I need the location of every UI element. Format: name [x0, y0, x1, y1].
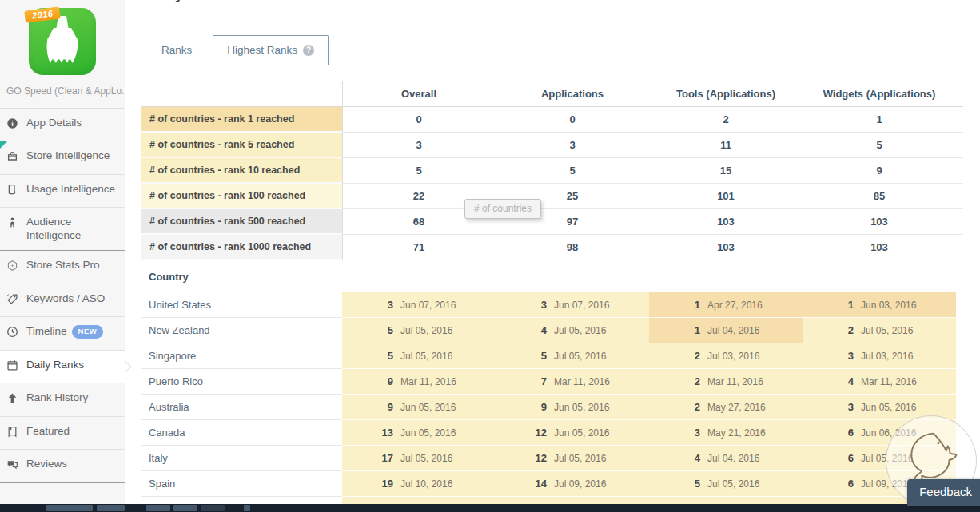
- country-name: Singapore: [141, 343, 342, 369]
- rank-date: May 21, 2016: [707, 427, 766, 439]
- sidebar-item-reviews[interactable]: Reviews: [0, 450, 125, 482]
- country-name: Italy: [141, 446, 342, 471]
- rank-value: 13: [342, 427, 393, 439]
- summary-section: # of countries - rank 1 reached0021# of …: [141, 107, 963, 260]
- country-row: Australia9Jun 05, 20169Jun 05, 20162May …: [141, 395, 963, 420]
- rank-date: Jul 05, 2016: [400, 453, 452, 464]
- sidebar-item-label: TimelineNEW: [26, 325, 103, 339]
- country-row: Spain19Jul 10, 201614Jul 09, 20165Jul 05…: [141, 471, 963, 497]
- reviews-icon: [6, 458, 20, 474]
- summary-value: 85: [803, 184, 956, 209]
- rank-date: Jul 09, 2016: [554, 478, 606, 490]
- sidebar-item-featured[interactable]: Featured: [0, 417, 125, 450]
- rank-value: 12: [496, 427, 547, 439]
- rank-value: 1: [649, 324, 700, 336]
- rank-date: Jul 05, 2016: [554, 325, 606, 336]
- sidebar-item-daily-ranks[interactable]: Daily Ranks: [0, 351, 125, 383]
- summary-row-label: # of countries - rank 500 reached: [141, 209, 342, 235]
- info-icon: [6, 117, 20, 133]
- rank-date: Mar 11, 2016: [554, 376, 610, 387]
- rank-cell: 4Jul 04, 2016: [649, 446, 803, 471]
- rank-cell: 13Jun 05, 2016: [342, 420, 496, 446]
- rank-date: Jul 05, 2016: [861, 325, 913, 336]
- tab-label: Highest Ranks: [227, 36, 297, 65]
- summary-value: 2: [649, 107, 803, 133]
- summary-value: 3: [496, 133, 649, 158]
- main-content: Daily Ranks RanksHighest Ranks? OverallA…: [126, 0, 980, 512]
- rank-cell: 9Jun 05, 2016: [496, 395, 649, 420]
- sidebar-item-rank-history[interactable]: Rank History: [0, 383, 125, 416]
- rank-value: 2: [649, 401, 700, 413]
- rank-cell: 2Jul 03, 2016: [649, 343, 803, 369]
- summary-value: 103: [649, 235, 803, 260]
- feedback-button[interactable]: Feedback: [907, 479, 980, 506]
- sidebar-item-store-intelligence[interactable]: Store Intelligence: [0, 141, 125, 174]
- sidebar-item-label: Store Intelligence: [26, 149, 110, 162]
- rank-value: 2: [649, 350, 700, 362]
- rank-value: 17: [342, 452, 393, 464]
- rank-value: 6: [803, 478, 854, 490]
- taskbar-item[interactable]: [146, 505, 170, 511]
- keywords-icon: [6, 293, 20, 308]
- sidebar-item-app-details[interactable]: App Details: [0, 109, 125, 141]
- rank-date: Mar 11, 2016: [400, 376, 456, 387]
- summary-value: 5: [803, 133, 956, 158]
- rank-date: Jun 05, 2016: [400, 402, 456, 413]
- sidebar-item-label: Daily Ranks: [26, 359, 84, 371]
- sidebar-item-label: Keywords / ASO: [26, 292, 105, 305]
- rank-date: Jun 05, 2016: [400, 427, 456, 439]
- sidebar-item-label: Featured: [26, 425, 70, 438]
- country-row: Singapore5Jul 05, 20165Jul 05, 20162Jul …: [141, 343, 963, 369]
- rank-cell: 1Jun 03, 2016: [803, 292, 956, 318]
- summary-value: 1: [803, 107, 956, 133]
- tab-ranks[interactable]: Ranks: [141, 36, 213, 65]
- sidebar-item-audience-intelligence[interactable]: Audience Intelligence: [0, 208, 125, 251]
- sidebar-item-store-stats-pro[interactable]: Store Stats Pro: [0, 251, 125, 284]
- country-name: United States: [141, 292, 342, 318]
- taskbar-item[interactable]: [244, 505, 250, 511]
- summary-value: 103: [803, 235, 956, 260]
- rank-cell: 5Jul 05, 2016: [649, 471, 803, 497]
- rank-date: Jul 10, 2016: [400, 478, 452, 490]
- sidebar-item-timeline[interactable]: TimelineNEW: [0, 317, 125, 350]
- rank-value: 5: [342, 350, 393, 362]
- audience-icon: [6, 216, 20, 232]
- sidebar-item-label: Rank History: [26, 391, 88, 404]
- taskbar-item[interactable]: [173, 505, 197, 511]
- rank-date: Jun 05, 2016: [554, 427, 609, 439]
- rank-value: 3: [496, 299, 547, 311]
- sidebar-item-label: Reviews: [26, 458, 67, 470]
- rank-date: Jul 05, 2016: [707, 478, 759, 490]
- country-name: Puerto Rico: [141, 369, 342, 395]
- summary-value: 11: [649, 133, 803, 158]
- help-icon[interactable]: ?: [303, 45, 314, 56]
- taskbar-item[interactable]: [201, 505, 225, 511]
- sidebar-item-keywords-aso[interactable]: Keywords / ASO: [0, 284, 125, 317]
- summary-value: 98: [496, 235, 649, 260]
- rank-cell: 12Jun 05, 2016: [496, 420, 649, 446]
- country-column-header: Country: [141, 260, 342, 292]
- sidebar-item-usage-intelligence[interactable]: Usage Intelligence: [0, 175, 125, 208]
- column-header: Tools (Applications): [649, 88, 803, 100]
- rank-value: 12: [496, 452, 547, 464]
- taskbar-item[interactable]: [97, 505, 125, 511]
- summary-row: # of countries - rank 5 reached33115: [141, 133, 963, 158]
- app-icon: 2016: [29, 8, 96, 75]
- rank-value: 5: [649, 478, 700, 490]
- rank-value: 14: [496, 478, 547, 490]
- tab-highest-ranks[interactable]: Highest Ranks?: [213, 35, 329, 65]
- rank-date: Jul 05, 2016: [400, 351, 452, 362]
- rank-value: 5: [496, 350, 547, 362]
- summary-row: # of countries - rank 100 reached2225101…: [141, 184, 963, 209]
- summary-row-label: # of countries - rank 10 reached: [141, 158, 342, 184]
- rank-value: 9: [342, 401, 393, 413]
- summary-value: 3: [342, 133, 496, 158]
- rank-value: 3: [803, 401, 854, 413]
- country-row: United States3Jun 07, 20163Jun 07, 20161…: [141, 292, 963, 318]
- app-name: GO Speed (Clean & AppLo...: [0, 75, 125, 109]
- rank-value: 7: [496, 375, 547, 387]
- rank-value: 6: [803, 427, 854, 439]
- rank-cell: 1Jul 04, 2016: [649, 318, 803, 343]
- rank-cell: 9Mar 11, 2016: [342, 369, 496, 395]
- taskbar-item[interactable]: [46, 505, 93, 511]
